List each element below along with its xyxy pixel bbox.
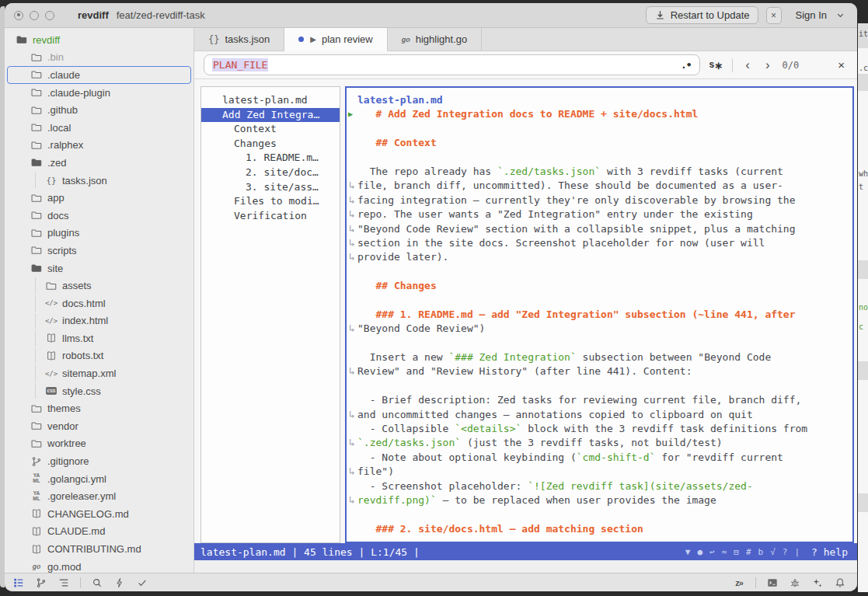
file-tree-item[interactable]: site	[7, 260, 191, 277]
editor-tab[interactable]: ▶plan review	[284, 28, 387, 51]
outline-item[interactable]: Files to modi…	[201, 194, 340, 209]
outline-item[interactable]: latest-plan.md	[201, 93, 340, 108]
file-tree-item[interactable]: YAML.golangci.yml	[7, 470, 191, 488]
bug-icon[interactable]	[789, 577, 801, 589]
outline-panel-icon[interactable]	[58, 577, 70, 589]
file-tree-item[interactable]: CLAUDE.md	[7, 523, 191, 541]
background-text-fragment: t	[859, 183, 863, 191]
outline-item[interactable]: 2. site/doc…	[201, 166, 340, 180]
file-tree-item[interactable]: </>sitemap.xml	[7, 364, 191, 382]
outline-item[interactable]: Add Zed Integra…	[201, 108, 340, 123]
traffic-light-minimize[interactable]	[30, 11, 39, 20]
runnable-indicator-icon[interactable]: ▶	[348, 107, 353, 121]
status-indicator-icon[interactable]: ⊟	[734, 547, 739, 557]
folder-icon	[45, 281, 58, 291]
outline-item[interactable]: Context	[201, 122, 340, 137]
file-tree-item[interactable]: cssstyle.css	[7, 382, 191, 400]
outline-panel[interactable]: latest-plan.mdAdd Zed Integra…ContextCha…	[200, 86, 340, 543]
outline-item[interactable]: 3. site/ass…	[201, 180, 340, 195]
restart-to-update-button[interactable]: Restart to Update	[646, 6, 758, 24]
file-tree-item[interactable]: .zed	[7, 154, 191, 172]
status-indicator-icon[interactable]: √	[770, 547, 776, 557]
zap-icon[interactable]	[113, 577, 126, 589]
status-indicator-icon[interactable]: ▼	[685, 547, 691, 557]
book-icon	[30, 526, 43, 537]
folder-open-icon	[30, 263, 43, 274]
dismiss-update-button[interactable]: ×	[766, 7, 782, 24]
file-tree-item[interactable]: app	[7, 189, 191, 207]
file-tree-item[interactable]: plugins	[7, 225, 191, 242]
previous-match-button[interactable]: ‹	[742, 58, 753, 73]
file-tree-item[interactable]: </>docs.html	[7, 295, 191, 312]
file-tree-item[interactable]: .ralphex	[7, 137, 191, 155]
file-tree-item[interactable]: robots.txt	[7, 347, 191, 365]
regex-icon[interactable]: .•	[681, 59, 692, 71]
file-tree-item[interactable]: {}tasks.json	[7, 172, 191, 190]
status-indicator-icon[interactable]: ?	[783, 547, 788, 557]
project-panel-icon[interactable]	[12, 577, 25, 589]
status-indicator-icon[interactable]: ●	[697, 547, 702, 557]
status-indicator-icon[interactable]: ↩	[709, 547, 715, 557]
folder-icon	[30, 122, 43, 133]
editor-tab[interactable]: gohighlight.go	[388, 28, 483, 51]
file-tree-item[interactable]: scripts	[7, 242, 191, 260]
file-tree-label: themes	[47, 403, 81, 414]
html-icon: </>	[45, 317, 58, 325]
project-panel[interactable]: revdiff.bin.claude.claude-plugin.github.…	[5, 28, 194, 573]
file-tree-item[interactable]: gogo.mod	[7, 558, 191, 573]
file-tree-item[interactable]: CHANGELOG.md	[7, 505, 191, 523]
outline-item[interactable]: Verification	[201, 209, 340, 224]
divider: |	[794, 547, 800, 557]
edit-prediction-icon[interactable]: z»	[733, 577, 745, 589]
file-tree-item[interactable]: revdiff	[7, 31, 191, 49]
editor-tab[interactable]: {}tasks.json	[194, 28, 284, 51]
outline-item[interactable]: 1. README.m…	[201, 151, 340, 166]
editor[interactable]: latest-plan.md▶ # Add Zed Integration do…	[345, 86, 854, 543]
traffic-light-close[interactable]	[14, 11, 23, 20]
file-tree-item[interactable]: docs	[7, 207, 191, 225]
chevron-down-icon[interactable]	[835, 9, 846, 21]
file-tree-item[interactable]: assets	[7, 277, 191, 295]
status-indicator-icon[interactable]: ≈	[722, 547, 727, 557]
status-indicator-icon[interactable]: b	[758, 547, 764, 557]
status-indicator-icon[interactable]: #	[746, 547, 751, 557]
file-tree-item[interactable]: .gitignore	[7, 452, 191, 470]
close-search-button[interactable]: ×	[835, 58, 848, 71]
branch-name[interactable]: feat/zed-revdiff-task	[117, 9, 205, 21]
terminal-icon[interactable]	[766, 577, 779, 589]
traffic-light-zoom[interactable]	[45, 11, 54, 20]
file-tree-label: plugins	[47, 227, 79, 239]
sparkles-icon[interactable]	[811, 577, 824, 589]
background-window-right-sliver: iti.cwhtnoc	[858, 23, 868, 592]
git-branch-icon[interactable]	[35, 577, 47, 589]
check-icon[interactable]	[136, 577, 148, 589]
editor-line: ↳file, branch diff, uncommitted). These …	[357, 179, 852, 193]
folder-icon	[30, 403, 43, 414]
outline-item[interactable]: Changes	[201, 137, 340, 152]
file-tree-item[interactable]: worktree	[7, 435, 191, 453]
help-button[interactable]: ? help	[811, 546, 848, 558]
file-tree-item[interactable]: .bin	[7, 49, 191, 67]
file-tree-item[interactable]: .local	[7, 119, 191, 137]
file-tree-item[interactable]: llms.txt	[7, 329, 191, 347]
file-tree-item[interactable]: themes	[7, 399, 191, 417]
title-bar[interactable]: revdiff feat/zed-revdiff-task Restart to…	[5, 3, 857, 28]
file-tree-item[interactable]: vendor	[7, 417, 191, 435]
search-icon[interactable]	[91, 577, 103, 589]
wrap-indicator: ↳	[349, 250, 355, 264]
search-input[interactable]: PLAN_FILE .•	[204, 54, 700, 75]
search-mode-icon[interactable]: s∗	[709, 59, 723, 71]
file-tree-item[interactable]: </>index.html	[7, 312, 191, 330]
sign-in-button[interactable]: Sign In	[796, 9, 827, 21]
file-tree-item[interactable]: CONTRIBUTING.md	[7, 540, 191, 558]
file-tree-item[interactable]: .claude-plugin	[7, 84, 191, 102]
file-tree-item[interactable]: .github	[7, 101, 191, 119]
indent-guide	[35, 173, 36, 189]
file-tree-item[interactable]: .claude	[7, 66, 191, 84]
file-tree-item[interactable]: YAML.goreleaser.yml	[7, 487, 191, 505]
project-name[interactable]: revdiff	[78, 9, 109, 21]
bell-icon[interactable]	[834, 577, 846, 589]
next-match-button[interactable]: ›	[762, 58, 773, 73]
file-tree-label: CHANGELOG.md	[47, 508, 129, 520]
file-tree-label: .claude-plugin	[47, 87, 110, 99]
